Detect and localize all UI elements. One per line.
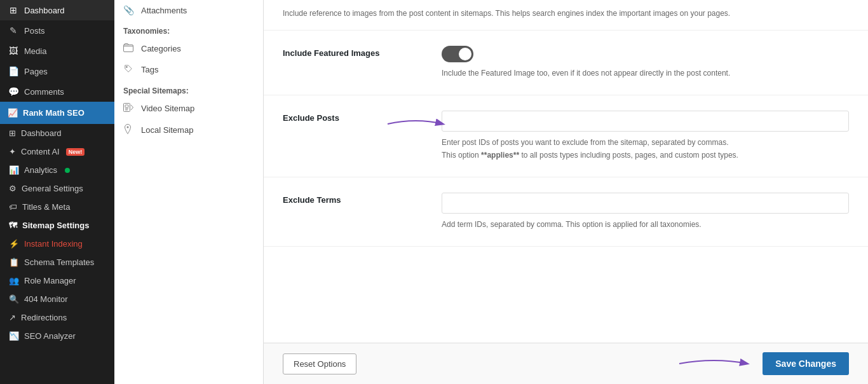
content-area: Include reference to images from the pos… (264, 0, 868, 343)
sec-sidebar-item-attachments[interactable]: 📎 Attachments (114, 0, 263, 20)
svg-rect-3 (125, 105, 128, 107)
sidebar-item-media[interactable]: 🖼 Media (0, 41, 114, 61)
rank-math-header[interactable]: 📈 Rank Math SEO (0, 102, 114, 124)
posts-icon: ✎ (8, 25, 19, 36)
rm-content-ai-icon: ✦ (9, 147, 16, 156)
svg-point-1 (126, 66, 128, 68)
sec-sidebar-section-taxonomies: Taxonomies: (114, 20, 263, 38)
sidebar-item-rm-analytics[interactable]: 📊 Analytics (0, 161, 114, 179)
rm-titles-icon: 🏷 (9, 202, 17, 212)
sidebar-item-rm-schema[interactable]: 📋 Schema Templates (0, 253, 114, 271)
sidebar-item-rm-general[interactable]: ⚙ General Settings (0, 179, 114, 198)
pages-icon: 📄 (8, 66, 19, 76)
footer-bar: Reset Options Save Changes (264, 343, 868, 384)
save-button-arrow (676, 354, 752, 373)
featured-images-label: Include Featured Images (283, 46, 423, 58)
sidebar-item-rm-content-ai[interactable]: ✦ Content AI New! (0, 142, 114, 161)
sidebar-item-rm-seo-analyzer[interactable]: 📉 SEO Analyzer (0, 327, 114, 345)
analytics-active-dot (65, 168, 70, 173)
toggle-slider (442, 46, 473, 62)
exclude-terms-input[interactable] (442, 193, 849, 214)
rm-dashboard-icon: ⊞ (9, 128, 16, 138)
exclude-terms-label: Exclude Terms (283, 193, 423, 205)
tag-icon (123, 64, 135, 75)
setting-row-featured-images: Include Featured Images Include the Feat… (264, 31, 868, 95)
rm-analytics-icon: 📊 (9, 165, 19, 175)
sidebar-item-rm-404[interactable]: 🔍 404 Monitor (0, 290, 114, 308)
rm-404-icon: 🔍 (9, 294, 19, 304)
rm-redirections-icon: ↗ (9, 313, 16, 322)
sidebar-item-posts[interactable]: ✎ Posts (0, 20, 114, 41)
featured-images-toggle[interactable] (442, 46, 473, 62)
attachment-icon: 📎 (123, 5, 135, 15)
sec-sidebar-item-local-sitemap[interactable]: Local Sitemap (114, 119, 263, 141)
rank-math-icon: 📈 (8, 108, 18, 118)
sidebar-item-dashboard[interactable]: ⊞ Dashboard (0, 0, 114, 20)
dashboard-icon: ⊞ (8, 5, 19, 15)
secondary-sidebar: 📎 Attachments Taxonomies: Categories Tag… (114, 0, 264, 384)
rm-instant-icon: ⚡ (9, 239, 19, 249)
new-badge: New! (66, 148, 85, 156)
exclude-terms-control: Add term IDs, separated by comma. This o… (442, 193, 849, 231)
sec-sidebar-section-special: Special Sitemaps: (114, 80, 263, 98)
sec-sidebar-item-video-sitemap[interactable]: Video Sitemap (114, 98, 263, 119)
featured-images-description: Include the Featured Image too, even if … (442, 67, 849, 79)
sidebar-item-rm-instant[interactable]: ⚡ Instant Indexing (0, 235, 114, 253)
top-description: Include reference to images from the pos… (264, 0, 868, 31)
sidebar-item-rm-titles[interactable]: 🏷 Titles & Meta (0, 198, 114, 216)
media-icon: 🖼 (8, 46, 19, 56)
footer-right: Save Changes (676, 352, 849, 375)
sidebar-item-pages[interactable]: 📄 Pages (0, 61, 114, 81)
save-changes-button[interactable]: Save Changes (763, 352, 849, 375)
left-sidebar: ⊞ Dashboard ✎ Posts 🖼 Media 📄 Pages 💬 Co… (0, 0, 114, 384)
rm-seo-analyzer-icon: 📉 (9, 331, 19, 341)
sec-sidebar-item-tags[interactable]: Tags (114, 59, 263, 80)
main-content: Include reference to images from the pos… (264, 0, 868, 384)
sidebar-item-rm-dashboard[interactable]: ⊞ Dashboard (0, 124, 114, 142)
exclude-posts-control: Enter post IDs of posts you want to excl… (442, 111, 849, 161)
exclude-posts-label: Exclude Posts (283, 111, 423, 123)
rm-schema-icon: 📋 (9, 257, 19, 267)
reset-options-button[interactable]: Reset Options (283, 353, 356, 374)
sidebar-item-rm-redirections[interactable]: ↗ Redirections (0, 308, 114, 327)
video-sitemap-icon (123, 103, 135, 114)
setting-row-exclude-posts: Exclude Posts Enter post IDs of posts yo… (264, 95, 868, 177)
sec-sidebar-item-categories[interactable]: Categories (114, 38, 263, 59)
folder-icon (123, 43, 135, 54)
exclude-terms-description: Add term IDs, separated by comma. This o… (442, 219, 849, 231)
exclude-posts-input[interactable] (442, 111, 849, 132)
rm-role-icon: 👥 (9, 276, 19, 285)
exclude-posts-description: Enter post IDs of posts you want to excl… (442, 137, 849, 161)
featured-images-control: Include the Featured Image too, even if … (442, 46, 849, 79)
svg-point-6 (127, 127, 129, 128)
sidebar-item-comments[interactable]: 💬 Comments (0, 81, 114, 102)
rm-sitemap-icon: 🗺 (9, 221, 17, 230)
sidebar-item-rm-role[interactable]: 👥 Role Manager (0, 271, 114, 290)
location-icon (123, 124, 135, 136)
sidebar-item-rm-sitemap[interactable]: 🗺 Sitemap Settings (0, 216, 114, 235)
setting-row-exclude-terms: Exclude Terms Add term IDs, separated by… (264, 177, 868, 247)
comments-icon: 💬 (8, 86, 19, 97)
rm-general-icon: ⚙ (9, 184, 17, 193)
